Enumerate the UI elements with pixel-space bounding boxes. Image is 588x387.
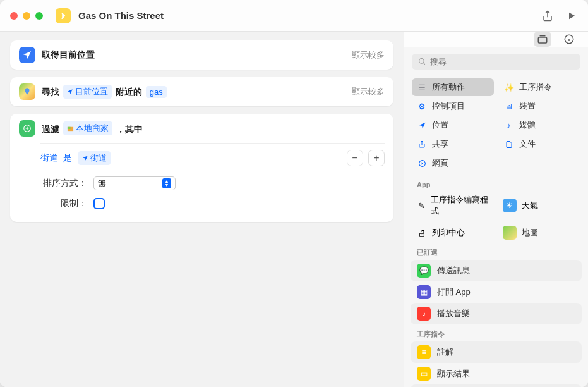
close-button[interactable]: [10, 12, 18, 20]
actions-sidebar: ☰ 所有動作 ✨ 工序指令 ⚙ 控制項目 🖥 裝置: [404, 32, 588, 387]
app-print-center[interactable]: 🖨 列印中心: [412, 223, 495, 243]
category-device[interactable]: 🖥 裝置: [499, 97, 581, 115]
svg-rect-3: [538, 37, 547, 43]
app-shortcuts-editor[interactable]: ✎ 工序指令編寫程式: [412, 191, 495, 220]
sidebar-toolbar: [404, 32, 588, 47]
limit-label: 限制：: [40, 198, 87, 209]
filter-icon: [19, 120, 35, 137]
search-box: [412, 54, 580, 70]
remove-filter-button[interactable]: −: [347, 150, 363, 166]
printer-icon: 🖨: [417, 228, 427, 238]
share-icon[interactable]: [541, 9, 554, 22]
main-content: 取得目前位置 顯示較多 尋找 目前位置 附近的: [0, 32, 588, 387]
apps-row: ✎ 工序指令編寫程式 ☀ 天氣 🖨 列印中心 地圖: [404, 190, 588, 244]
filter-body: 街道 是 街道 − + 排序方式： 無 ▲: [10, 143, 393, 222]
share-icon: [417, 139, 427, 149]
sort-row: 排序方式： 無 ▲▼: [40, 173, 385, 194]
section-scripts: 工序指令: [404, 326, 588, 340]
pencil-icon: ✎: [417, 200, 426, 211]
action-show-alert[interactable]: ! 顯示提示: [411, 384, 582, 387]
action-filter[interactable]: 過濾 本地商家 ，其中 街道 是 街道: [10, 114, 393, 222]
category-grid: ☰ 所有動作 ✨ 工序指令 ⚙ 控制項目 🖥 裝置: [404, 76, 588, 177]
category-location[interactable]: 位置: [412, 116, 494, 134]
titlebar: Gas On This Street: [0, 0, 588, 32]
category-all-actions[interactable]: ☰ 所有動作: [412, 78, 494, 96]
action-play-music[interactable]: ♪ 播放音樂: [411, 303, 582, 324]
maximize-button[interactable]: [35, 12, 43, 20]
maps-icon: [19, 83, 35, 100]
location-icon: [417, 120, 427, 130]
app-maps[interactable]: 地圖: [498, 223, 581, 243]
pinned-list: 💬 傳送訊息 ▦ 打開 App ♪ 播放音樂: [404, 259, 588, 326]
main-window: Gas On This Street 取得目前位置 顯示較多: [0, 0, 588, 387]
scripts-list: ≡ 註解 ▭ 顯示結果 ! 顯示提示 ⌨ 要求輸入 Σ 計數: [404, 340, 588, 387]
window-title: Gas On This Street: [78, 10, 536, 21]
category-sharing[interactable]: 共享: [412, 135, 494, 153]
doc-icon: [504, 139, 514, 149]
category-scripting[interactable]: ✨ 工序指令: [499, 78, 581, 96]
show-more-button[interactable]: 顯示較多: [352, 49, 385, 61]
action-title: 取得目前位置: [42, 49, 95, 61]
sort-select[interactable]: 無 ▲▼: [93, 176, 176, 190]
workflow-editor[interactable]: 取得目前位置 顯示較多 尋找 目前位置 附近的: [0, 32, 404, 387]
display-icon: 🖥: [504, 101, 514, 111]
shortcut-app-icon: [56, 8, 71, 23]
weather-icon: ☀: [503, 199, 517, 212]
action-open-app[interactable]: ▦ 打開 App: [411, 281, 582, 303]
safari-icon: [417, 158, 427, 168]
filter-value-token[interactable]: 街道: [78, 151, 111, 165]
wand-icon: ✨: [504, 82, 514, 92]
show-more-button[interactable]: 顯示較多: [352, 86, 385, 97]
filter-operator[interactable]: 是: [63, 152, 72, 164]
token-current-location[interactable]: 目前位置: [63, 85, 112, 99]
app-icon: ▦: [417, 285, 431, 299]
token-local-business[interactable]: 本地商家: [63, 121, 112, 135]
message-icon: 💬: [417, 264, 431, 278]
slider-icon: ⚙: [417, 101, 427, 111]
action-text: 尋找 目前位置 附近的 gas: [42, 85, 168, 99]
category-controls[interactable]: ⚙ 控制項目: [412, 97, 494, 115]
action-show-result[interactable]: ▭ 顯示結果: [411, 363, 582, 384]
action-text: 過濾 本地商家 ，其中: [42, 121, 143, 135]
toolbar-right: [541, 9, 578, 22]
filter-field[interactable]: 街道: [40, 152, 58, 164]
section-pinned: 已訂選: [404, 244, 588, 259]
action-find-nearby[interactable]: 尋找 目前位置 附近的 gas 顯示較多: [10, 77, 393, 106]
category-documents[interactable]: 文件: [499, 135, 581, 153]
action-comment[interactable]: ≡ 註解: [411, 341, 582, 363]
result-icon: ▭: [417, 367, 431, 381]
category-media[interactable]: ♪ 媒體: [499, 116, 581, 134]
music-icon: ♪: [417, 307, 431, 321]
maps-icon: [503, 226, 517, 240]
sort-label: 排序方式：: [40, 178, 87, 189]
action-send-message[interactable]: 💬 傳送訊息: [411, 260, 582, 281]
app-weather[interactable]: ☀ 天氣: [498, 191, 581, 220]
search-icon: [418, 58, 426, 66]
search-input[interactable]: [430, 57, 574, 66]
limit-row: 限制：: [40, 194, 385, 213]
section-apps: App: [404, 177, 588, 190]
comment-icon: ≡: [417, 345, 431, 359]
location-icon: [19, 47, 35, 63]
token-gas[interactable]: gas: [146, 86, 167, 98]
library-button[interactable]: [534, 32, 551, 47]
play-icon[interactable]: [565, 9, 578, 22]
category-web[interactable]: 網頁: [412, 154, 494, 172]
minimize-button[interactable]: [23, 12, 30, 20]
limit-checkbox[interactable]: [93, 198, 105, 209]
add-filter-button[interactable]: +: [368, 150, 385, 166]
svg-rect-2: [68, 126, 71, 128]
filter-condition-row: 街道 是 街道 − +: [40, 143, 385, 173]
list-icon: ☰: [417, 82, 427, 92]
traffic-lights: [10, 12, 43, 20]
info-button[interactable]: [560, 32, 578, 47]
music-icon: ♪: [504, 120, 514, 130]
action-get-location[interactable]: 取得目前位置 顯示較多: [10, 40, 393, 70]
svg-point-5: [419, 59, 424, 64]
